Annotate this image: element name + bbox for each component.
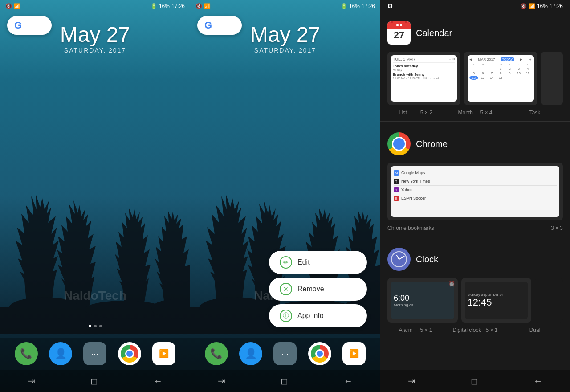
cal-event-1-name: Tom's birthday [393,64,455,68]
clock-alarm-content: 6:00 Morning call ⏰ [387,278,458,323]
cal-header-f: F [514,63,523,66]
battery-level-2: 16% [349,3,360,9]
panel-recent-btn[interactable]: ⇥ [404,372,419,390]
google-pill-1[interactable]: G [7,16,52,35]
google-bar-1[interactable]: G [7,16,183,35]
calendar-header: 27 Calendar [380,18,570,48]
cal-month-plus: ＋ [529,57,532,62]
cal-day-blank2 [479,67,487,71]
yahoo-favicon: Y [394,187,399,192]
status-bar-1: 🔇 📶 🔋 16% 17:26 [0,0,190,12]
appinfo-menu-item[interactable]: ⓘ App info [269,304,367,327]
espn-name: ESPN Soccer [401,196,426,200]
recent-btn-2[interactable]: ⇥ [214,372,229,390]
clock-digital-widget[interactable]: Monday September 24 12:45 [461,278,532,323]
calendar-app-name: Calendar [416,28,452,38]
cal-day-14: 14 [488,76,496,80]
panel-back-btn[interactable]: ← [530,372,546,390]
cal-month-grid: S M T W T F S 1 2 [469,63,532,80]
dock-apps-2[interactable]: ⋯ [273,342,297,365]
battery-icon-1: 🔋 [151,3,157,9]
date-full-1: SATURDAY, 2017 [0,47,190,54]
dock-chrome-1[interactable] [118,342,141,365]
chrome-bookmark-label: Chrome bookmarks [387,225,434,231]
panel-wifi-icon: 📶 [529,3,535,9]
dock-play-2[interactable]: ▶️ [342,342,366,365]
edit-menu-item[interactable]: ✏ Edit [269,251,367,274]
bookmark-nyt: T New York Times [394,177,557,186]
clock-size-labels: Alarm 5 × 1 Digital clock 5 × 1 Dual [380,326,570,337]
google-pill-2[interactable]: G [197,16,242,35]
chrome-section: Chrome M Google Maps T New York Time [380,123,570,235]
remove-menu-item[interactable]: ✕ Remove [269,278,367,301]
alarm-toggle: ⏰ [448,281,455,287]
calendar-task-widget[interactable] [541,52,563,105]
back-btn-1[interactable]: ← [150,372,166,390]
cal-dot-2 [400,24,402,26]
cal-day-1: 1 [497,67,505,71]
digital-time: 12:45 [468,297,525,308]
dock-phone-2[interactable]: 📞 [205,342,228,365]
cal-event-2-sub: 11:00AM - 12:30PM · Hit the spot [393,77,455,80]
clock-min-hand [399,256,405,259]
panel-home-btn[interactable]: ◻ [467,372,482,390]
date-full-2: SATURDAY, 2017 [190,47,380,54]
cal-list-size-label: List 5 × 2 [387,110,444,116]
dock-chrome-2[interactable] [308,342,331,365]
cal-day-15: 15 [497,76,505,80]
mute-icon-2: 🔇 [195,3,202,9]
dock-phone-1[interactable]: 📞 [15,342,38,365]
clock-digital-content: Monday September 24 12:45 [461,278,532,323]
clock-dual-widget[interactable] [535,278,563,323]
calendar-list-content: TUE, 1 MAR ＋ ⚙ Tom's birthday All day Br… [387,52,460,105]
mute-icon-1: 🔇 [5,3,12,9]
calendar-month-widget[interactable]: ◀ MAR 2017 TODAY ▶ ＋ S M T W [464,52,537,105]
bookmark-espn: E ESPN Soccer [394,194,557,202]
calendar-icon: 27 [387,21,411,45]
context-menu: ✏ Edit ✕ Remove ⓘ App info [269,251,367,327]
cal-task-size-label: Task [507,110,563,116]
dock-contacts-1[interactable]: 👤 [49,342,72,365]
nav-bar-2: ⇥ ◻ ← [190,370,380,392]
clock-alarm-widget[interactable]: 6:00 Morning call ⏰ [387,278,458,323]
home-btn-2[interactable]: ◻ [277,372,292,390]
panel-content: 27 Calendar TUE, 1 MAR ＋ ⚙ [380,12,570,370]
panel-screenshot-icon: 🖼 [387,3,393,9]
divider-2 [380,237,570,237]
alarm-time: 6:00 [394,294,452,303]
cal-list-inner: TUE, 1 MAR ＋ ⚙ Tom's birthday All day Br… [391,55,457,102]
back-btn-2[interactable]: ← [340,372,356,390]
calendar-list-widget[interactable]: TUE, 1 MAR ＋ ⚙ Tom's birthday All day Br… [387,52,460,105]
cal-day-13: 13 [479,76,487,80]
remove-label: Remove [297,285,324,293]
cal-day-9: 9 [505,71,514,75]
home-btn-1[interactable]: ◻ [87,372,102,390]
calendar-icon-number: 27 [387,29,411,42]
googlemaps-name: Google Maps [401,171,425,175]
status-bar-2: 🔇 📶 🔋 16% 17:26 [190,0,380,12]
cal-day-7: 7 [488,71,496,75]
cal-month-header: ◀ MAR 2017 TODAY ▶ ＋ [469,57,532,62]
google-bar-2[interactable]: G [197,16,373,35]
digital-date: Monday September 24 [468,293,525,297]
nyt-name: New York Times [401,179,430,184]
cal-header-s2: S [523,63,532,66]
phone-screen-2: 🔇 📶 🔋 16% 17:26 G May 27 SATURDAY, 2017 … [190,0,380,392]
status-right-2: 🔋 16% 17:26 [341,3,375,9]
chrome-widgets: M Google Maps T New York Times Y Yahoo [380,159,570,224]
clock-alarm-inner: 6:00 Morning call ⏰ [391,282,454,319]
dock-apps-1[interactable]: ⋯ [83,342,106,365]
dock-contacts-2[interactable]: 👤 [239,342,262,365]
appinfo-icon: ⓘ [280,310,292,322]
cal-month-title: MAR 2017 [478,57,495,61]
dock-1: 📞 👤 ⋯ ▶️ [0,338,190,370]
clock-widgets: 6:00 Morning call ⏰ Monday September 24 … [380,274,570,326]
dock-play-1[interactable]: ▶️ [152,342,175,365]
panel-status-right: 🔇 📶 16% 17:26 [520,3,563,9]
chrome-header: Chrome [380,129,570,159]
edit-icon: ✏ [280,256,292,269]
cal-day-10: 10 [514,71,523,75]
chrome-bookmark-widget[interactable]: M Google Maps T New York Times Y Yahoo [387,163,563,220]
recent-btn-1[interactable]: ⇥ [24,372,39,390]
cal-day-blank3 [488,67,496,71]
